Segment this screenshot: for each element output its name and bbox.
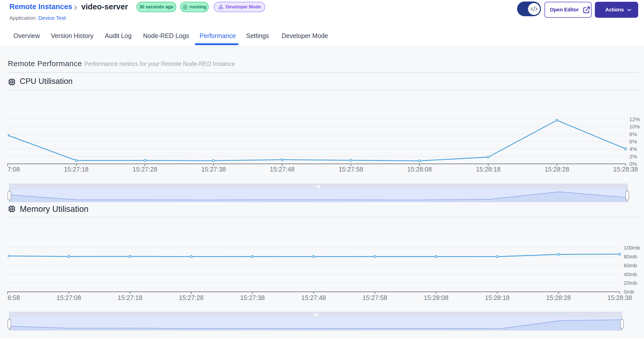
svg-text:15:27:28: 15:27:28 [133, 166, 157, 173]
svg-text:2%: 2% [629, 154, 637, 159]
svg-text:15:27:18: 15:27:18 [64, 166, 88, 173]
svg-text:15:28:08: 15:28:08 [424, 294, 448, 301]
svg-text:15:26:58: 15:26:58 [0, 294, 20, 301]
svg-text:15:27:38: 15:27:38 [201, 166, 226, 173]
svg-text:12%: 12% [629, 116, 640, 122]
svg-text:15:28:38: 15:28:38 [613, 166, 638, 173]
svg-text:15:27:58: 15:27:58 [339, 166, 363, 173]
svg-text:15:27:48: 15:27:48 [270, 166, 295, 173]
svg-text:100mb: 100mb [624, 245, 640, 251]
svg-text:15:27:08: 15:27:08 [56, 294, 81, 301]
svg-text:15:28:28: 15:28:28 [544, 166, 569, 173]
svg-text:15:27:48: 15:27:48 [301, 294, 326, 301]
svg-text:15:27:18: 15:27:18 [118, 294, 142, 301]
svg-text:15:28:38: 15:28:38 [607, 294, 632, 301]
svg-text:80mb: 80mb [624, 254, 637, 259]
svg-text:15:28:18: 15:28:18 [485, 294, 510, 301]
svg-text:15:27:08: 15:27:08 [0, 166, 20, 173]
svg-text:8%: 8% [629, 131, 637, 137]
svg-text:15:28:28: 15:28:28 [546, 294, 571, 301]
svg-text:15:27:38: 15:27:38 [240, 294, 265, 301]
svg-text:6%: 6% [629, 139, 637, 144]
svg-text:4%: 4% [629, 146, 637, 152]
svg-text:15:28:08: 15:28:08 [407, 166, 432, 173]
svg-text:20mb: 20mb [624, 280, 637, 286]
svg-text:0%: 0% [629, 161, 637, 167]
svg-text:60mb: 60mb [624, 262, 637, 268]
svg-text:15:27:58: 15:27:58 [363, 294, 387, 301]
svg-text:0mb: 0mb [624, 289, 634, 295]
svg-text:15:28:18: 15:28:18 [476, 166, 500, 173]
svg-text:40mb: 40mb [624, 271, 637, 277]
svg-text:10%: 10% [629, 124, 640, 129]
svg-text:15:27:28: 15:27:28 [179, 294, 203, 301]
